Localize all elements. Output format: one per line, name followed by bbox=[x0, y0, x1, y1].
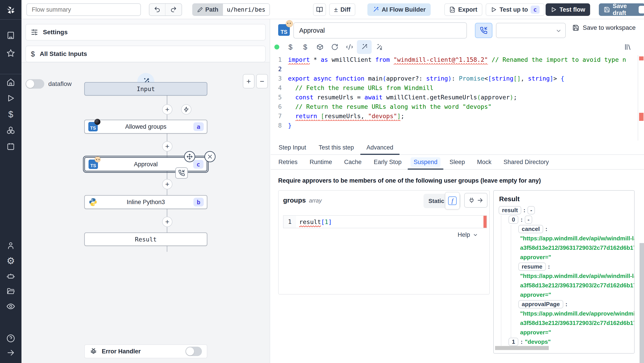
error-handler-card[interactable]: Error Handler bbox=[84, 344, 207, 358]
flow-node-input[interactable]: Input bbox=[84, 82, 207, 96]
sidebar-item-favorites[interactable] bbox=[0, 45, 22, 61]
json-key-chip[interactable]: cancel bbox=[518, 225, 543, 233]
flow-node-allowed-groups[interactable]: TS Allowed groups a bbox=[84, 120, 207, 134]
code-line[interactable]: 6 // Return the resume URLs along with t… bbox=[270, 102, 644, 111]
code-line[interactable]: 4 // Fetch the resume URLs from Windmill bbox=[270, 83, 644, 93]
sidebar-item-audit-logs[interactable] bbox=[0, 298, 22, 314]
add-step-button[interactable]: + bbox=[162, 179, 172, 189]
zoom-in-button[interactable]: + bbox=[243, 74, 254, 88]
ai-wand-off-icon[interactable] bbox=[372, 44, 386, 51]
add-step-button[interactable]: + bbox=[162, 104, 172, 115]
reload-icon[interactable] bbox=[327, 44, 342, 51]
connect-input-button[interactable] bbox=[464, 193, 488, 208]
add-step-button[interactable]: + bbox=[162, 141, 172, 152]
trigger-bolt-button[interactable] bbox=[181, 104, 192, 115]
flow-settings-label: Settings bbox=[43, 29, 68, 36]
path-control[interactable]: Path u/henri/bes bbox=[192, 3, 270, 16]
sidebar-item-workspace[interactable] bbox=[0, 27, 22, 44]
save-to-workspace-button[interactable]: Save to workspace bbox=[572, 24, 636, 31]
docs-button[interactable] bbox=[313, 3, 326, 16]
sidebar-item-runs[interactable] bbox=[0, 90, 22, 106]
flow-node-result[interactable]: Result bbox=[84, 232, 207, 246]
tab-test-this-step[interactable]: Test this step bbox=[312, 141, 360, 154]
suspend-phone-badge[interactable] bbox=[175, 167, 188, 179]
flow-summary-input[interactable] bbox=[26, 3, 141, 16]
json-key-chip[interactable]: 1 bbox=[508, 338, 518, 346]
suspend-phone-button[interactable] bbox=[475, 23, 492, 38]
tab-step-input[interactable]: Step Input bbox=[272, 141, 312, 154]
path-value[interactable]: u/henri/bes bbox=[223, 4, 270, 16]
subtab-early-stop[interactable]: Early Stop bbox=[368, 155, 408, 169]
json-key-chip[interactable]: result bbox=[499, 206, 521, 214]
code-line[interactable]: 3export async function main(approver?: s… bbox=[270, 74, 644, 83]
sidebar-item-variables[interactable]: $ bbox=[0, 106, 22, 122]
test-up-to-button[interactable]: Test up to c bbox=[486, 3, 544, 16]
step-name-input[interactable] bbox=[294, 22, 467, 39]
code-editor[interactable]: 1import * as wmillClient from "windmill-… bbox=[270, 55, 644, 141]
help-dropdown[interactable]: Help bbox=[458, 231, 478, 238]
subtab-cache[interactable]: Cache bbox=[338, 155, 368, 169]
undo-button[interactable] bbox=[149, 4, 166, 16]
code-line[interactable]: 7 return [resumeUrls, "devops"]; bbox=[270, 111, 644, 121]
dollar-icon: $ bbox=[31, 50, 35, 58]
dataflow-toggle[interactable] bbox=[26, 79, 44, 89]
format-icon[interactable] bbox=[342, 44, 357, 51]
sidebar-item-workers[interactable] bbox=[0, 268, 22, 284]
subtab-mock[interactable]: Mock bbox=[471, 155, 498, 169]
plus-minus-icon: ± bbox=[334, 6, 338, 14]
diff-button[interactable]: ± Diff bbox=[329, 3, 355, 16]
subtab-suspend[interactable]: Suspend bbox=[408, 155, 444, 169]
delete-step-button[interactable] bbox=[204, 151, 216, 162]
ai-wand-icon[interactable] bbox=[357, 40, 372, 54]
redo-button[interactable] bbox=[166, 4, 182, 16]
sidebar-item-users[interactable] bbox=[0, 237, 22, 254]
library-icon[interactable] bbox=[620, 43, 635, 51]
export-label: Export bbox=[458, 6, 478, 13]
move-step-button[interactable] bbox=[184, 151, 195, 162]
windmill-logo-icon[interactable] bbox=[0, 2, 22, 18]
variables-icon[interactable]: $ bbox=[283, 43, 298, 51]
sidebar-item-home[interactable] bbox=[0, 74, 22, 90]
sidebar-item-settings[interactable]: ⚙ bbox=[0, 253, 22, 269]
code-line[interactable]: 2 bbox=[270, 65, 644, 74]
tab-advanced[interactable]: Advanced bbox=[360, 141, 400, 154]
groups-expression-editor[interactable]: 1 result[1] bbox=[283, 215, 487, 228]
all-static-inputs-button[interactable]: $ All Static Inputs bbox=[26, 46, 266, 62]
ai-flow-builder-button[interactable]: AI Flow Builder bbox=[368, 3, 431, 16]
save-draft-button[interactable]: Save draft bbox=[599, 3, 644, 16]
resources-icon[interactable]: $ bbox=[298, 43, 312, 51]
page-vertical-scrollbar[interactable] bbox=[640, 243, 644, 363]
advanced-subtabs: Retries Runtime Cache Early Stop Suspend… bbox=[270, 155, 644, 170]
subtab-retries[interactable]: Retries bbox=[272, 155, 304, 169]
sidebar-item-schedules[interactable] bbox=[0, 138, 22, 154]
error-handler-toggle[interactable] bbox=[185, 347, 202, 356]
export-button[interactable]: Export bbox=[444, 3, 482, 16]
chevron-down-icon bbox=[473, 232, 478, 238]
code-lines: 1import * as wmillClient from "windmill-… bbox=[270, 55, 644, 130]
result-horizontal-scrollbar[interactable] bbox=[495, 346, 549, 350]
workspace-script-select[interactable] bbox=[496, 23, 566, 38]
code-line[interactable]: 5 const resumeUrls = await wmillClient.g… bbox=[270, 93, 644, 102]
sidebar-expand-icon[interactable] bbox=[0, 345, 22, 361]
json-key-chip[interactable]: approvalPage bbox=[518, 300, 563, 308]
flow-settings-button[interactable]: Settings bbox=[26, 24, 266, 41]
collapse-button[interactable]: - bbox=[525, 215, 532, 224]
code-line[interactable]: 1import * as wmillClient from "windmill-… bbox=[270, 55, 644, 65]
sidebar-item-folders[interactable] bbox=[0, 283, 22, 299]
json-key-chip[interactable]: resume bbox=[518, 262, 546, 271]
sidebar-item-resources[interactable] bbox=[0, 122, 22, 138]
function-mode-button[interactable]: f bbox=[445, 192, 460, 209]
zoom-out-button[interactable]: − bbox=[256, 74, 268, 88]
json-key-chip[interactable]: 0 bbox=[508, 215, 518, 224]
package-icon[interactable] bbox=[312, 44, 327, 51]
code-line[interactable]: 8} bbox=[270, 121, 644, 130]
test-flow-button[interactable]: Test flow bbox=[546, 3, 590, 16]
flow-node-inline-python3[interactable]: Inline Python3 b bbox=[84, 195, 207, 209]
add-step-button[interactable]: + bbox=[162, 217, 172, 227]
collapse-button[interactable]: - bbox=[528, 206, 535, 214]
subtab-runtime[interactable]: Runtime bbox=[304, 155, 338, 169]
subtab-shared-directory[interactable]: Shared Directory bbox=[498, 155, 555, 169]
code-minimap[interactable] bbox=[638, 55, 644, 141]
subtab-sleep[interactable]: Sleep bbox=[444, 155, 471, 169]
sidebar-item-help[interactable] bbox=[0, 330, 22, 346]
